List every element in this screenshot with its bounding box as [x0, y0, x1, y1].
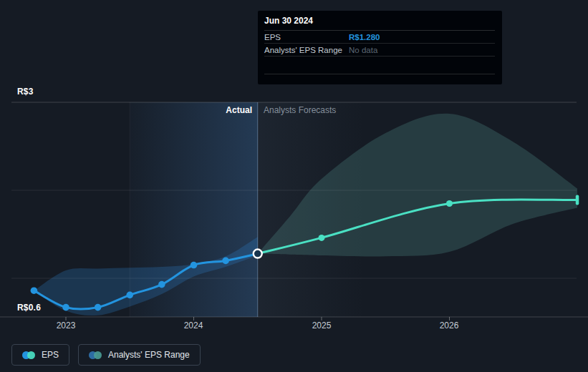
actual-point	[158, 281, 165, 288]
actual-point	[31, 287, 38, 294]
actual-point	[222, 258, 229, 265]
y-axis-label-top: R$3	[17, 87, 34, 97]
actual-point	[95, 304, 102, 311]
y-axis-label-bottom: R$0.6	[17, 303, 41, 313]
forecast-section-label: Analysts Forecasts	[264, 105, 336, 115]
x-tick-2023: 2023	[44, 320, 87, 331]
forecast-point	[446, 200, 453, 207]
x-tick-2024: 2024	[172, 320, 215, 331]
eps-chart-panel: R$3 R$0.6 Actual Analysts Forecasts 2023…	[0, 0, 588, 372]
legend-toggle-eps-range[interactable]: Analysts' EPS Range	[78, 344, 201, 366]
tooltip-row-range: Analysts' EPS Range No data	[264, 44, 495, 57]
actual-section-label: Actual	[115, 105, 252, 115]
tooltip-eps-value: R$1.280	[349, 33, 380, 41]
legend-eps-range-label: Analysts' EPS Range	[108, 350, 190, 360]
actual-point	[62, 304, 69, 311]
chart-legend: EPS Analysts' EPS Range	[11, 344, 201, 366]
x-tick-2026: 2026	[428, 320, 471, 331]
eps-legend-icon	[22, 351, 35, 359]
hovered-point-marker	[254, 250, 262, 258]
eps-range-legend-icon	[89, 351, 102, 359]
tooltip-range-label: Analysts' EPS Range	[264, 46, 349, 54]
tooltip-row-eps: EPS R$1.280	[264, 31, 495, 44]
x-tick-2025: 2025	[300, 320, 343, 331]
tooltip-separator	[264, 74, 495, 74]
actual-point	[191, 262, 198, 269]
eps-swatch-teal	[27, 351, 35, 359]
forecast-end-marker	[576, 195, 579, 205]
tooltip-range-value: No data	[349, 46, 377, 54]
actual-point	[126, 292, 133, 299]
range-swatch-teal	[94, 351, 102, 359]
legend-eps-label: EPS	[42, 350, 59, 360]
chart-tooltip: Jun 30 2024 EPS R$1.280 Analysts' EPS Ra…	[258, 11, 502, 84]
legend-toggle-eps[interactable]: EPS	[11, 344, 69, 366]
tooltip-date: Jun 30 2024	[264, 16, 495, 31]
tooltip-eps-label: EPS	[264, 33, 349, 41]
forecast-point	[319, 235, 325, 241]
